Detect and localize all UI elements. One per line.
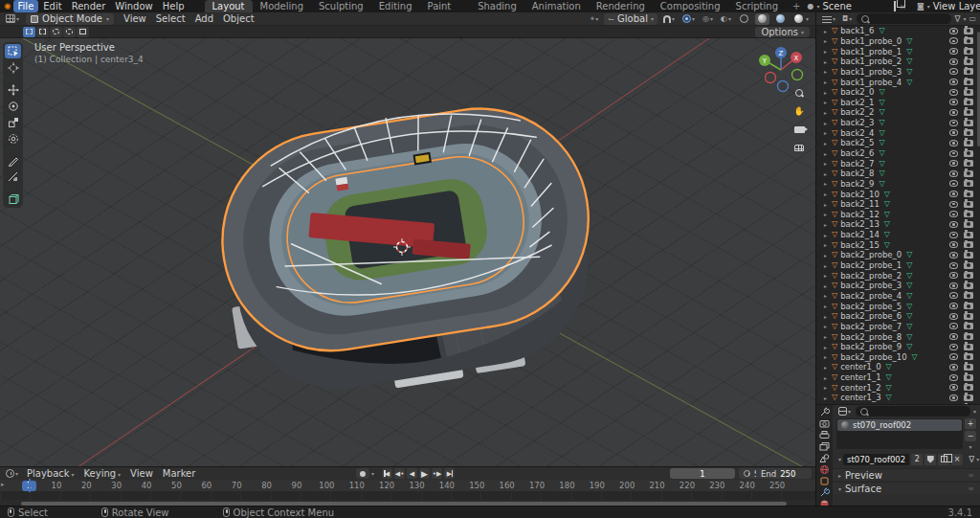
- hide-in-viewport-icon[interactable]: [949, 150, 958, 157]
- outliner-editor-button[interactable]: ▾: [820, 15, 837, 23]
- tab-compositing[interactable]: Compositing: [653, 0, 728, 12]
- object-name[interactable]: back2_2: [840, 107, 874, 117]
- object-name[interactable]: back2_15: [840, 240, 880, 250]
- tool-move[interactable]: [5, 82, 21, 97]
- jump-to-start-button[interactable]: ◀: [382, 468, 392, 479]
- disable-in-render-icon[interactable]: [964, 58, 973, 65]
- hide-in-viewport-icon[interactable]: [949, 140, 958, 146]
- add-slot-button[interactable]: +: [965, 418, 976, 429]
- expand-icon[interactable]: ▸: [824, 241, 829, 248]
- hide-in-viewport-icon[interactable]: [949, 129, 958, 136]
- outliner-row[interactable]: ▸▽back2_12▽: [816, 210, 977, 220]
- select-tweak-button[interactable]: [23, 27, 35, 37]
- object-name[interactable]: back2_12: [840, 210, 880, 219]
- expand-icon[interactable]: ▸: [824, 89, 829, 96]
- object-name[interactable]: back2_probe_3: [840, 281, 902, 290]
- outliner-row[interactable]: ▸▽back2_11▽: [816, 199, 977, 210]
- disable-in-render-icon[interactable]: [964, 282, 973, 289]
- expand-icon[interactable]: ▸: [824, 272, 829, 279]
- tab-shading[interactable]: Shading: [470, 0, 524, 12]
- tab-texture-paint[interactable]: Texture Paint: [420, 0, 471, 12]
- properties-search[interactable]: [856, 406, 970, 417]
- disable-in-render-icon[interactable]: [964, 180, 973, 187]
- outliner-row[interactable]: ▸▽back2_probe_3▽: [816, 281, 977, 291]
- expand-icon[interactable]: ▸: [824, 282, 829, 289]
- hide-in-viewport-icon[interactable]: [949, 303, 958, 309]
- hide-in-viewport-icon[interactable]: [949, 344, 958, 350]
- material-slot-list[interactable]: st070_roof002: [836, 418, 963, 449]
- unlink-material-button[interactable]: ×: [951, 454, 963, 465]
- tab-view-layer[interactable]: [817, 441, 832, 452]
- viewport-menu-select[interactable]: Select: [151, 12, 190, 25]
- expand-icon[interactable]: ▸: [824, 394, 829, 401]
- outliner-row[interactable]: ▸▽back2_probe_4▽: [816, 291, 977, 302]
- tab-world[interactable]: [817, 464, 832, 475]
- expand-icon[interactable]: ▸: [824, 58, 829, 65]
- object-name[interactable]: back2_probe_10: [840, 352, 906, 362]
- add-workspace-button[interactable]: +: [788, 1, 805, 12]
- timeline-scroll-thumb[interactable]: [21, 502, 787, 506]
- outliner-row[interactable]: ▸▽back1_6▽: [816, 26, 977, 36]
- object-name[interactable]: back1_probe_2: [840, 56, 902, 66]
- expand-icon[interactable]: ▸: [824, 37, 829, 44]
- disable-in-render-icon[interactable]: [964, 211, 973, 217]
- preview-panel-header[interactable]: ▸Preview ≡: [833, 468, 980, 481]
- outliner-row[interactable]: ▸▽back2_13▽: [816, 219, 977, 230]
- tool-measure[interactable]: [5, 169, 21, 184]
- expand-icon[interactable]: ▸: [824, 28, 829, 34]
- ortho-toggle-button[interactable]: [792, 141, 806, 154]
- hide-in-viewport-icon[interactable]: [949, 48, 958, 55]
- object-name[interactable]: back2_13: [840, 219, 880, 229]
- scene-name[interactable]: Scene: [822, 1, 891, 11]
- shading-rendered-button[interactable]: ▾: [791, 13, 812, 25]
- select-lasso-button[interactable]: [63, 27, 76, 37]
- outliner-row[interactable]: ▸▽back2_probe_2▽: [816, 270, 977, 281]
- hide-in-viewport-icon[interactable]: [949, 313, 958, 320]
- object-name[interactable]: back2_6: [840, 148, 874, 158]
- frame-end-field[interactable]: End250: [756, 468, 812, 479]
- tab-rendering[interactable]: Rendering: [589, 0, 653, 12]
- menu-edit[interactable]: Edit: [38, 0, 66, 12]
- shading-solid-button[interactable]: [755, 13, 769, 25]
- disable-in-render-icon[interactable]: [964, 272, 973, 279]
- disable-in-render-icon[interactable]: [964, 333, 973, 340]
- object-name[interactable]: back2_5: [840, 138, 874, 147]
- object-name[interactable]: back2_probe_0: [840, 250, 902, 259]
- object-name[interactable]: back2_probe_2: [840, 271, 902, 281]
- hide-in-viewport-icon[interactable]: [949, 211, 958, 217]
- outliner-row[interactable]: ▸▽back2_0▽: [816, 87, 977, 98]
- tab-render[interactable]: [817, 418, 832, 429]
- disable-in-render-icon[interactable]: [964, 384, 973, 391]
- material-slot-row[interactable]: st070_roof002: [837, 419, 962, 431]
- new-scene-icon[interactable]: [894, 2, 896, 11]
- show-gizmo-toggle[interactable]: ◎▾: [701, 14, 715, 24]
- timeline-editor-button[interactable]: ▾: [4, 469, 20, 478]
- viewport-menu-view[interactable]: View: [119, 12, 151, 25]
- new-collection-icon[interactable]: ▭: [969, 14, 976, 24]
- disable-in-render-icon[interactable]: [964, 89, 973, 96]
- hide-in-viewport-icon[interactable]: [949, 282, 958, 289]
- disable-in-render-icon[interactable]: [964, 252, 973, 259]
- expand-icon[interactable]: ▸: [824, 333, 829, 340]
- expand-icon[interactable]: ▸: [824, 252, 829, 259]
- disable-in-render-icon[interactable]: [964, 353, 973, 360]
- remove-slot-button[interactable]: −: [965, 431, 976, 441]
- hide-in-viewport-icon[interactable]: [949, 109, 958, 116]
- outliner-row[interactable]: ▸▽back2_14▽: [816, 230, 977, 240]
- hide-in-viewport-icon[interactable]: [949, 89, 958, 96]
- object-name[interactable]: back2_probe_5: [840, 302, 902, 311]
- select-circle-button[interactable]: [50, 27, 62, 37]
- disable-in-render-icon[interactable]: [964, 120, 973, 126]
- timeline-menu-keying[interactable]: Keying ▾: [79, 467, 126, 481]
- viewport-menu-add[interactable]: Add: [190, 12, 218, 25]
- shading-wireframe-button[interactable]: [737, 13, 751, 25]
- disable-in-render-icon[interactable]: [964, 160, 973, 167]
- play-button[interactable]: ▶: [419, 468, 430, 479]
- expand-icon[interactable]: ▸: [824, 140, 829, 146]
- expand-icon[interactable]: ▸: [824, 79, 829, 85]
- expand-icon[interactable]: ▸: [824, 180, 829, 187]
- play-reverse-button[interactable]: ◀: [407, 468, 417, 479]
- object-name[interactable]: back1_6: [840, 26, 874, 35]
- object-name[interactable]: back2_probe_1: [840, 260, 902, 270]
- disable-in-render-icon[interactable]: [964, 129, 973, 136]
